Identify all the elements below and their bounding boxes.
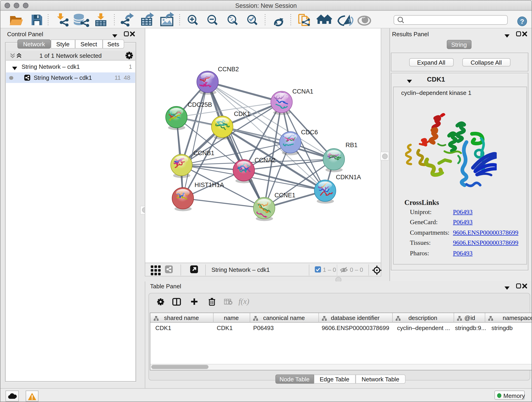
svg-text:RB1: RB1	[345, 142, 357, 148]
svg-text:HIST1H1A: HIST1H1A	[194, 182, 224, 188]
svg-text:CDC25B: CDC25B	[187, 101, 212, 108]
svg-text:CCNA2: CCNA2	[254, 157, 275, 164]
svg-text:CCNE1: CCNE1	[274, 192, 295, 199]
svg-text:CCNB1: CCNB1	[193, 150, 214, 157]
svg-text:CDK1: CDK1	[234, 110, 250, 117]
svg-text:CCNA1: CCNA1	[292, 88, 313, 95]
svg-text:CDC6: CDC6	[301, 129, 318, 136]
svg-text:CDKN1A: CDKN1A	[336, 174, 361, 181]
svg-text:CCNB2: CCNB2	[218, 66, 239, 73]
